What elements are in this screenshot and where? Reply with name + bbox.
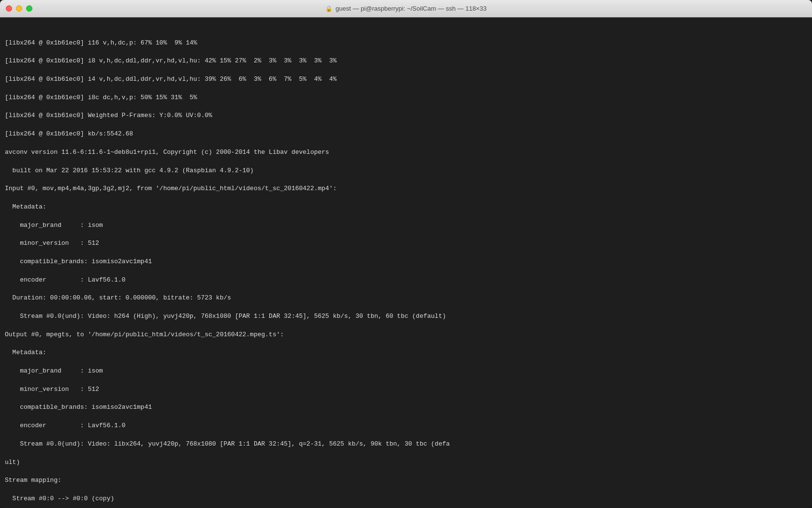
line-10: Metadata: (5, 203, 807, 212)
line-23: Stream #0.0(und): Video: libx264, yuvj42… (5, 440, 807, 449)
line-26: Stream #0:0 --> #0:0 (copy) (5, 494, 807, 504)
title-bar-text: 🔒 guest — pi@raspberrypi: ~/SoilCam — ss… (325, 5, 486, 12)
line-6: [libx264 @ 0x1b61ec0] kb/s:5542.68 (5, 130, 807, 139)
line-8: built on Mar 22 2016 15:53:22 with gcc 4… (5, 166, 807, 176)
title-bar: 🔒 guest — pi@raspberrypi: ~/SoilCam — ss… (0, 0, 812, 17)
minimize-button[interactable] (16, 5, 22, 12)
line-24: ult) (5, 458, 807, 467)
line-4: [libx264 @ 0x1b61ec0] i8c dc,h,v,p: 50% … (5, 93, 807, 103)
line-17: Output #0, mpegts, to '/home/pi/public_h… (5, 330, 807, 340)
line-20: minor_version : 512 (5, 385, 807, 394)
line-14: encoder : Lavf56.1.0 (5, 276, 807, 285)
line-16: Stream #0.0(und): Video: h264 (High), yu… (5, 312, 807, 321)
line-12: minor_version : 512 (5, 239, 807, 248)
terminal-content[interactable]: [libx264 @ 0x1b61ec0] i16 v,h,dc,p: 67% … (0, 17, 812, 508)
line-15: Duration: 00:00:00.06, start: 0.000000, … (5, 294, 807, 303)
line-1: [libx264 @ 0x1b61ec0] i16 v,h,dc,p: 67% … (5, 39, 807, 48)
line-2: [libx264 @ 0x1b61ec0] i8 v,h,dc,ddl,ddr,… (5, 57, 807, 66)
line-18: Metadata: (5, 348, 807, 358)
line-13: compatible_brands: isomiso2avc1mp41 (5, 257, 807, 267)
window-title: guest — pi@raspberrypi: ~/SoilCam — ssh … (335, 5, 486, 12)
line-7: avconv version 11.6-6:11.6-1~deb8u1+rpi1… (5, 148, 807, 157)
line-19: major_brand : isom (5, 367, 807, 376)
line-5: [libx264 @ 0x1b61ec0] Weighted P-Frames:… (5, 111, 807, 120)
line-21: compatible_brands: isomiso2avc1mp41 (5, 403, 807, 412)
terminal-window: 🔒 guest — pi@raspberrypi: ~/SoilCam — ss… (0, 0, 812, 508)
traffic-lights (6, 5, 32, 12)
line-3: [libx264 @ 0x1b61ec0] i4 v,h,dc,ddl,ddr,… (5, 75, 807, 84)
lock-icon: 🔒 (325, 5, 333, 12)
line-22: encoder : Lavf56.1.0 (5, 421, 807, 431)
maximize-button[interactable] (26, 5, 32, 12)
line-9: Input #0, mov,mp4,m4a,3gp,3g2,mj2, from … (5, 184, 807, 194)
line-11: major_brand : isom (5, 221, 807, 230)
close-button[interactable] (6, 5, 12, 12)
line-25: Stream mapping: (5, 476, 807, 485)
